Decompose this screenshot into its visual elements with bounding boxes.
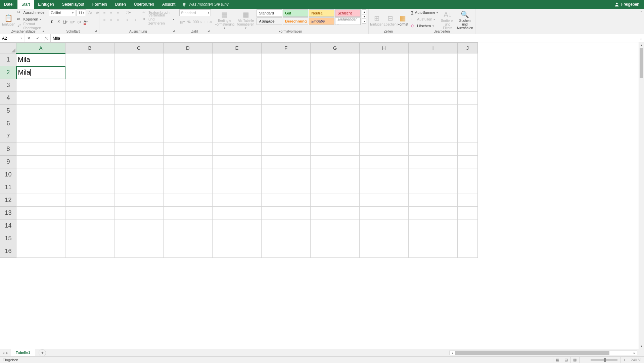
zoom-level[interactable]: 240 % xyxy=(631,358,641,362)
cell-F13[interactable] xyxy=(262,207,311,219)
cell-C11[interactable] xyxy=(114,181,164,194)
cell-I1[interactable] xyxy=(409,53,458,66)
increase-indent-button[interactable]: ⇥ xyxy=(132,17,138,23)
style-berechnung[interactable]: Berechnung xyxy=(283,17,308,25)
cell-C5[interactable] xyxy=(114,105,164,117)
cell-B2[interactable] xyxy=(65,66,114,79)
cell-J13[interactable] xyxy=(458,207,478,219)
collapse-ribbon-button[interactable]: ˄ xyxy=(639,9,643,16)
cell-E13[interactable] xyxy=(213,207,262,219)
cell-B8[interactable] xyxy=(65,143,114,156)
cell-J7[interactable] xyxy=(458,130,478,143)
cell-A11[interactable] xyxy=(16,181,65,194)
tab-insert[interactable]: Einfügen xyxy=(34,0,58,9)
normal-view-button[interactable]: ▦ xyxy=(553,357,562,363)
cell-I4[interactable] xyxy=(409,92,458,105)
format-as-table-button[interactable]: ▦ Als Tabelle formatieren▾ xyxy=(236,9,255,31)
cell-A9[interactable] xyxy=(16,156,65,168)
cell-I11[interactable] xyxy=(409,181,458,194)
paste-button[interactable]: 📋 Einfügen xyxy=(2,9,15,31)
cell-D8[interactable] xyxy=(164,143,213,156)
cell-B9[interactable] xyxy=(65,156,114,168)
cell-F6[interactable] xyxy=(262,117,311,130)
cell-A14[interactable] xyxy=(16,219,65,232)
cell-J11[interactable] xyxy=(458,181,478,194)
cell-C1[interactable] xyxy=(114,53,164,66)
cell-A4[interactable] xyxy=(16,92,65,105)
tab-view[interactable]: Ansicht xyxy=(158,0,179,9)
confirm-edit-button[interactable]: ✓ xyxy=(33,34,42,42)
cell-F10[interactable] xyxy=(262,168,311,181)
cell-C4[interactable] xyxy=(114,92,164,105)
accounting-format-button[interactable]: ▤▾ xyxy=(179,19,185,25)
cell-D11[interactable] xyxy=(164,181,213,194)
border-button[interactable]: ⊞▾ xyxy=(69,19,75,25)
decrease-decimal-button[interactable]: ←.0 xyxy=(206,19,212,25)
horizontal-scroll-thumb[interactable] xyxy=(455,351,609,355)
tab-start[interactable]: Start xyxy=(17,0,34,9)
cell-D1[interactable] xyxy=(164,53,213,66)
cell-H4[interactable] xyxy=(360,92,409,105)
column-header-F[interactable]: F xyxy=(262,43,311,53)
cell-C9[interactable] xyxy=(114,156,164,168)
cell-E3[interactable] xyxy=(213,79,262,92)
cell-G12[interactable] xyxy=(311,194,360,207)
row-header-2[interactable]: 2 xyxy=(0,66,16,79)
cell-C13[interactable] xyxy=(114,207,164,219)
cell-H15[interactable] xyxy=(360,232,409,245)
cell-F9[interactable] xyxy=(262,156,311,168)
cell-C12[interactable] xyxy=(114,194,164,207)
cell-F3[interactable] xyxy=(262,79,311,92)
row-header-15[interactable]: 15 xyxy=(0,232,16,245)
fill-color-button[interactable]: ◇▾ xyxy=(76,19,82,25)
cell-G11[interactable] xyxy=(311,181,360,194)
increase-decimal-button[interactable]: .0→ xyxy=(199,19,205,25)
cell-G5[interactable] xyxy=(311,105,360,117)
cell-I13[interactable] xyxy=(409,207,458,219)
increase-font-button[interactable]: A▴ xyxy=(87,10,93,16)
cell-E2[interactable] xyxy=(213,66,262,79)
cell-F5[interactable] xyxy=(262,105,311,117)
row-header-9[interactable]: 9 xyxy=(0,156,16,168)
cell-G6[interactable] xyxy=(311,117,360,130)
select-all-corner[interactable] xyxy=(0,43,16,53)
cell-I9[interactable] xyxy=(409,156,458,168)
cell-F12[interactable] xyxy=(262,194,311,207)
cell-I10[interactable] xyxy=(409,168,458,181)
cell-J5[interactable] xyxy=(458,105,478,117)
cell-C3[interactable] xyxy=(114,79,164,92)
cell-C10[interactable] xyxy=(114,168,164,181)
cell-B15[interactable] xyxy=(65,232,114,245)
cell-E5[interactable] xyxy=(213,105,262,117)
cell-G3[interactable] xyxy=(311,79,360,92)
insert-function-button[interactable]: fx xyxy=(42,34,50,42)
zoom-slider[interactable] xyxy=(591,359,617,361)
cell-I7[interactable] xyxy=(409,130,458,143)
sheet-nav-prev[interactable]: ◂ xyxy=(3,351,4,355)
cell-J15[interactable] xyxy=(458,232,478,245)
cell-B7[interactable] xyxy=(65,130,114,143)
align-middle-button[interactable]: ≡ xyxy=(108,9,114,15)
cell-J16[interactable] xyxy=(458,245,478,258)
cell-A10[interactable] xyxy=(16,168,65,181)
scroll-left-button[interactable]: ◂ xyxy=(450,351,455,355)
tab-file[interactable]: Datei xyxy=(0,0,17,9)
clear-button[interactable]: ◇ Löschen▾ xyxy=(410,23,439,29)
cell-J1[interactable] xyxy=(458,53,478,66)
fill-button[interactable]: ↓ Ausfüllen▾ xyxy=(410,16,439,22)
cell-B4[interactable] xyxy=(65,92,114,105)
cell-A16[interactable] xyxy=(16,245,65,258)
cell-I2[interactable] xyxy=(409,66,458,79)
cell-G2[interactable] xyxy=(311,66,360,79)
cell-A15[interactable] xyxy=(16,232,65,245)
cell-F11[interactable] xyxy=(262,181,311,194)
cell-E9[interactable] xyxy=(213,156,262,168)
cell-H1[interactable] xyxy=(360,53,409,66)
cell-B13[interactable] xyxy=(65,207,114,219)
cell-D12[interactable] xyxy=(164,194,213,207)
style-standard[interactable]: Standard xyxy=(257,9,282,17)
cell-E8[interactable] xyxy=(213,143,262,156)
cell-A1[interactable]: Mila xyxy=(16,53,65,66)
row-header-1[interactable]: 1 xyxy=(0,53,16,66)
style-schlecht[interactable]: Schlecht xyxy=(335,9,361,17)
